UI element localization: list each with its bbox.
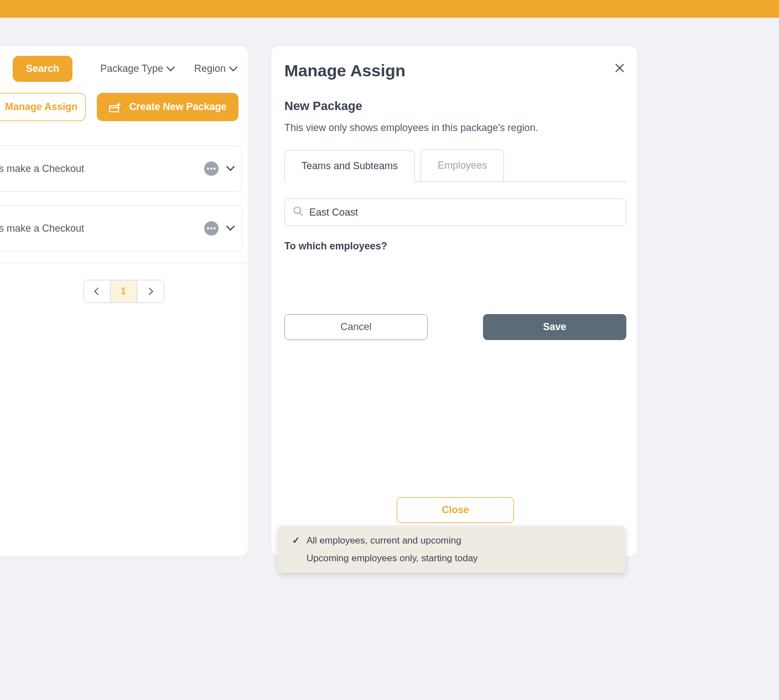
chevron-right-icon — [147, 289, 154, 294]
more-menu-button[interactable] — [204, 221, 219, 236]
chevron-left-icon — [93, 289, 101, 294]
tab-employees[interactable]: Employees — [420, 149, 504, 181]
panel-description: This view only shows employees in this p… — [284, 122, 626, 134]
divider — [0, 263, 248, 263]
filter-package-type-label: Package Type — [100, 63, 163, 75]
list-item-text: s make a Checkout — [0, 163, 204, 175]
cancel-button[interactable]: Cancel — [284, 314, 428, 340]
filter-package-type[interactable]: Package Type — [100, 63, 175, 75]
team-search-input[interactable] — [309, 207, 618, 218]
top-banner — [0, 0, 779, 18]
filter-region-label: Region — [194, 63, 226, 75]
chevron-down-icon — [168, 65, 175, 73]
expand-icon[interactable] — [227, 165, 235, 173]
create-new-package-label: Create New Package — [129, 101, 226, 113]
search-icon — [293, 206, 304, 219]
svg-point-1 — [294, 207, 301, 214]
panel-subtitle: New Package — [284, 99, 626, 113]
save-button[interactable]: Save — [483, 314, 626, 340]
pagination: 1 — [0, 280, 248, 303]
pagination-next[interactable] — [137, 280, 164, 302]
tab-teams[interactable]: Teams and Subteams — [284, 150, 415, 182]
tab-bar: Teams and Subteams Employees — [284, 149, 626, 182]
option-all-employees-label: All employees, current and upcoming — [307, 535, 461, 546]
employees-question: To which employees? — [284, 241, 626, 252]
pagination-prev[interactable] — [84, 280, 111, 302]
list-item[interactable]: s make a Checkout — [0, 145, 242, 192]
team-search[interactable] — [284, 198, 626, 226]
svg-rect-0 — [110, 106, 118, 112]
close-icon[interactable] — [613, 61, 626, 75]
filter-region[interactable]: Region — [194, 63, 238, 75]
create-package-icon — [109, 102, 121, 113]
more-menu-button[interactable] — [204, 161, 219, 176]
option-upcoming-employees-label: Upcoming employees only, starting today — [307, 553, 478, 564]
create-new-package-button[interactable]: Create New Package — [97, 93, 238, 121]
close-button[interactable]: Close — [397, 497, 513, 523]
employee-scope-dropdown: ✓ All employees, current and upcoming Up… — [278, 526, 625, 573]
list-item-text: s make a Checkout — [0, 223, 204, 234]
expand-icon[interactable] — [227, 224, 235, 232]
option-all-employees[interactable]: ✓ All employees, current and upcoming — [278, 531, 625, 550]
chevron-down-icon — [230, 65, 238, 73]
panel-title: Manage Assign — [284, 61, 406, 80]
pagination-page-current[interactable]: 1 — [111, 280, 137, 302]
manage-assign-panel: Manage Assign New Package This view only… — [271, 45, 638, 557]
option-upcoming-employees[interactable]: Upcoming employees only, starting today — [278, 550, 625, 567]
search-button[interactable]: Search — [13, 56, 72, 82]
manage-assign-button[interactable]: Manage Assign — [0, 93, 86, 121]
packages-card: Search Package Type Region Manage Assign — [0, 45, 248, 557]
check-icon: ✓ — [292, 535, 301, 546]
list-item[interactable]: s make a Checkout — [0, 205, 242, 252]
